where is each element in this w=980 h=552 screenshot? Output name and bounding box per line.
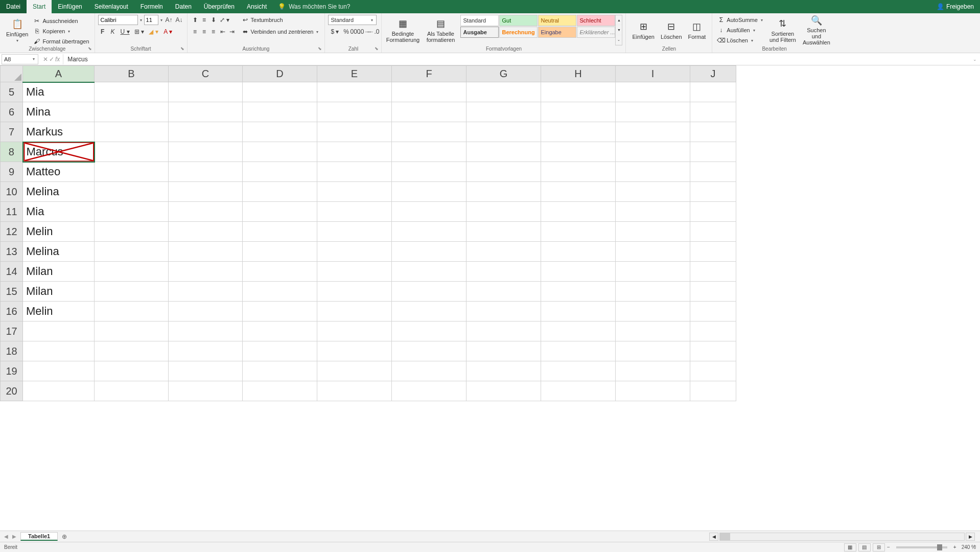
sort-filter-button[interactable]: ⇅ Sortieren und Filtern (766, 15, 800, 45)
cell-I20[interactable] (616, 381, 690, 401)
cell-C11[interactable] (169, 202, 243, 222)
cell-B15[interactable] (95, 282, 169, 302)
collapse-ribbon-icon[interactable]: ⌃ (973, 544, 977, 550)
zoom-in-icon[interactable]: + (953, 544, 956, 550)
cell-D13[interactable] (243, 242, 317, 262)
cell-A10[interactable]: Melina (23, 182, 95, 202)
style-erklaerender[interactable]: Erklärender ... (577, 27, 615, 38)
tab-start[interactable]: Start (27, 0, 52, 13)
cell-I17[interactable] (616, 321, 690, 341)
cell-E12[interactable] (317, 222, 392, 242)
cell-F6[interactable] (392, 102, 466, 122)
cell-E16[interactable] (317, 302, 392, 321)
cell-G5[interactable] (466, 82, 541, 102)
row-header-8[interactable]: 8 (1, 142, 23, 162)
chevron-down-icon[interactable]: ▾ (139, 18, 143, 22)
font-color-button[interactable]: A ▾ (161, 27, 175, 37)
cell-B6[interactable] (95, 102, 169, 122)
align-center-icon[interactable]: ≡ (200, 27, 209, 37)
format-painter-button[interactable]: 🖌 Format übertragen (31, 36, 91, 47)
cell-I6[interactable] (616, 102, 690, 122)
cell-A11[interactable]: Mia (23, 202, 95, 222)
col-header-F[interactable]: F (392, 66, 466, 82)
cell-E8[interactable] (317, 142, 392, 162)
cell-A15[interactable]: Milan (23, 282, 95, 302)
cell-F11[interactable] (392, 202, 466, 222)
cell-F5[interactable] (392, 82, 466, 102)
cell-F13[interactable] (392, 242, 466, 262)
increase-font-icon[interactable]: A↑ (165, 15, 174, 25)
cell-F7[interactable] (392, 122, 466, 142)
cell-C14[interactable] (169, 262, 243, 282)
row-header-18[interactable]: 18 (1, 341, 23, 361)
cell-A7[interactable]: Markus (23, 122, 95, 142)
row-header-5[interactable]: 5 (1, 82, 23, 102)
cell-F20[interactable] (392, 381, 466, 401)
col-header-B[interactable]: B (95, 66, 169, 82)
cell-C16[interactable] (169, 302, 243, 321)
scroll-left-icon[interactable]: ◀ (709, 533, 718, 541)
border-button[interactable]: ⊞ ▾ (133, 27, 146, 37)
cell-C10[interactable] (169, 182, 243, 202)
cell-G20[interactable] (466, 381, 541, 401)
font-size-combo[interactable] (144, 15, 158, 25)
cell-I9[interactable] (616, 162, 690, 182)
cell-I8[interactable] (616, 142, 690, 162)
cell-H12[interactable] (541, 222, 616, 242)
cell-H19[interactable] (541, 361, 616, 381)
formula-input[interactable]: Marcus (63, 56, 970, 63)
cell-A13[interactable]: Melina (23, 242, 95, 262)
cell-A18[interactable] (23, 341, 95, 361)
cell-B14[interactable] (95, 262, 169, 282)
zoom-slider[interactable] (896, 546, 947, 548)
cell-E6[interactable] (317, 102, 392, 122)
cell-H14[interactable] (541, 262, 616, 282)
tell-me-search[interactable]: 💡 Was möchten Sie tun? (273, 3, 355, 10)
cell-J17[interactable] (690, 321, 736, 341)
cell-B12[interactable] (95, 222, 169, 242)
cell-E7[interactable] (317, 122, 392, 142)
tab-einfuegen[interactable]: Einfügen (52, 0, 88, 13)
cell-I13[interactable] (616, 242, 690, 262)
style-neutral[interactable]: Neutral (538, 15, 576, 26)
merge-button[interactable]: ⬌ Verbinden und zentrieren ▾ (240, 27, 322, 37)
cell-styles-gallery[interactable]: Standard Gut Neutral Schlecht Ausgabe Be… (460, 15, 615, 45)
wrap-text-button[interactable]: ↩ Textumbruch (240, 15, 322, 25)
enter-icon[interactable]: ✓ (49, 56, 54, 63)
cell-C18[interactable] (169, 341, 243, 361)
cell-J13[interactable] (690, 242, 736, 262)
cell-D16[interactable] (243, 302, 317, 321)
add-sheet-button[interactable]: ⊕ (58, 532, 71, 541)
gallery-scroll[interactable]: ▲ ▼ ⌄ (615, 15, 622, 45)
cell-B7[interactable] (95, 122, 169, 142)
autosum-button[interactable]: Σ AutoSumme ▾ (715, 15, 766, 25)
cell-H6[interactable] (541, 102, 616, 122)
cell-F12[interactable] (392, 222, 466, 242)
cell-G13[interactable] (466, 242, 541, 262)
cell-B10[interactable] (95, 182, 169, 202)
cell-H20[interactable] (541, 381, 616, 401)
cell-C15[interactable] (169, 282, 243, 302)
cell-A6[interactable]: Mina (23, 102, 95, 122)
cell-D20[interactable] (243, 381, 317, 401)
cell-C20[interactable] (169, 381, 243, 401)
dialog-launcher-icon[interactable]: ⬊ (375, 46, 380, 51)
cell-D19[interactable] (243, 361, 317, 381)
cell-I19[interactable] (616, 361, 690, 381)
row-header-16[interactable]: 16 (1, 302, 23, 321)
underline-button[interactable]: U ▾ (119, 27, 132, 37)
cell-E13[interactable] (317, 242, 392, 262)
cell-H11[interactable] (541, 202, 616, 222)
col-header-D[interactable]: D (243, 66, 317, 82)
cell-J5[interactable] (690, 82, 736, 102)
row-header-7[interactable]: 7 (1, 122, 23, 142)
bold-button[interactable]: F (98, 27, 107, 37)
cell-I10[interactable] (616, 182, 690, 202)
spreadsheet-grid[interactable]: ABCDEFGHIJ5Mia6Mina7Markus8Marcus9Matteo… (0, 65, 980, 531)
cell-H10[interactable] (541, 182, 616, 202)
gallery-expand-icon[interactable]: ⌄ (616, 35, 622, 45)
cell-C6[interactable] (169, 102, 243, 122)
delete-cells-button[interactable]: ⊟ Löschen (658, 15, 685, 45)
cell-D17[interactable] (243, 321, 317, 341)
cell-G11[interactable] (466, 202, 541, 222)
